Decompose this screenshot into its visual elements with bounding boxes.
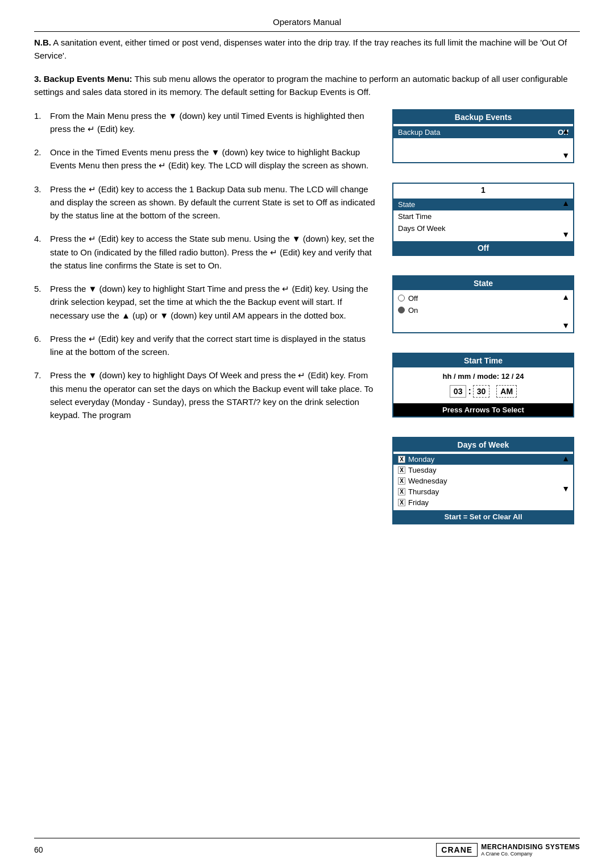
- press-arrows-bar: Press Arrows To Select: [393, 403, 573, 416]
- tuesday-checkbox: X: [398, 466, 405, 474]
- wednesday-row: X Wednesday: [393, 476, 573, 486]
- item1-num: 1.: [34, 109, 50, 136]
- start-time-row: Start Time: [393, 210, 573, 222]
- radio-empty-icon: [398, 295, 405, 301]
- state-screen: 1 State Start Time Days Of Week ▲ ▼ Off: [392, 183, 574, 256]
- backup-events-body: Backup Data Off ▲ ▼: [393, 124, 573, 162]
- days-of-week-screen: Days of Week X Monday X Tuesday X Wednes…: [392, 437, 574, 524]
- item1-text: From the Main Menu press the ▼ (down) ke…: [50, 109, 381, 136]
- start-time-screen: Start Time hh / mm / mode: 12 / 24 03 : …: [392, 353, 574, 418]
- friday-checkbox: X: [398, 499, 405, 506]
- backup-events-title: Backup Events: [393, 110, 573, 124]
- item6-num: 6.: [34, 332, 50, 359]
- mode-box: AM: [496, 385, 517, 398]
- start-time-title: Start Time: [393, 354, 573, 367]
- days-of-week-row: Days Of Week: [393, 222, 573, 234]
- minute-box: 30: [473, 385, 490, 398]
- screen-number: 1: [393, 184, 573, 196]
- list-item-2: 2. Once in the Timed Events menu press t…: [34, 146, 381, 172]
- header-title: Operators Manual: [273, 17, 341, 27]
- item5-text: Press the ▼ (down) key to highlight Star…: [50, 282, 381, 322]
- item3-text: Press the ↵ (Edit) key to access the 1 B…: [50, 183, 381, 222]
- on-radio-row: On: [393, 304, 573, 316]
- item5-num: 5.: [34, 282, 50, 322]
- on-option-label: On: [408, 306, 418, 315]
- list-item-4: 4. Press the ↵ (Edit) key to access the …: [34, 232, 381, 272]
- tuesday-label: Tuesday: [408, 466, 436, 474]
- list-item-6: 6. Press the ↵ (Edit) key and verify tha…: [34, 332, 381, 359]
- section3-paragraph: 3. Backup Events Menu: This sub menu all…: [34, 72, 580, 99]
- item4-num: 4.: [34, 232, 50, 272]
- section3-prefix: 3.: [34, 74, 42, 84]
- right-column: Backup Events Backup Data Off ▲ ▼ 1: [392, 109, 580, 535]
- off-radio-row: Off: [393, 292, 573, 304]
- item3-num: 3.: [34, 183, 50, 222]
- thursday-checkbox: X: [398, 488, 405, 495]
- up-arrow-icon-5: ▲: [562, 454, 570, 463]
- time-colon: :: [468, 386, 471, 396]
- thursday-row: X Thursday: [393, 486, 573, 497]
- monday-label: Monday: [408, 455, 434, 464]
- start-time-label: Start Time: [398, 212, 569, 221]
- backup-data-label: Backup Data: [398, 128, 553, 137]
- page-number: 60: [34, 845, 43, 854]
- state-screen-body: State Start Time Days Of Week ▲ ▼: [393, 196, 573, 241]
- radio-filled-icon: [398, 307, 405, 313]
- tuesday-row: X Tuesday: [393, 465, 573, 476]
- state-label: State: [398, 200, 569, 209]
- list-item-5: 5. Press the ▼ (down) key to highlight S…: [34, 282, 381, 322]
- wednesday-checkbox: X: [398, 477, 405, 485]
- list-item-1: 1. From the Main Menu press the ▼ (down)…: [34, 109, 381, 136]
- friday-label: Friday: [408, 498, 429, 507]
- footer-logo: CRANE MERCHANDISING SYSTEMS A Crane Co. …: [436, 843, 580, 857]
- state-title: State: [393, 276, 573, 290]
- item2-num: 2.: [34, 146, 50, 172]
- nb-label: N.B.: [34, 38, 51, 47]
- item4-text: Press the ↵ (Edit) key to access the Sta…: [50, 232, 381, 272]
- backup-events-screen: Backup Events Backup Data Off ▲ ▼: [392, 109, 574, 163]
- hour-box: 03: [450, 385, 467, 398]
- down-arrow-icon-5: ▼: [562, 484, 570, 493]
- merch-main: MERCHANDISING SYSTEMS: [481, 843, 580, 851]
- section3-title: Backup Events Menu:: [44, 74, 132, 84]
- monday-checkbox: X: [398, 456, 405, 463]
- page: Operators Manual N.B. A sanitation event…: [0, 0, 614, 868]
- days-of-week-body: X Monday X Tuesday X Wednesday X Thursda…: [393, 452, 573, 510]
- page-footer: 60 CRANE MERCHANDISING SYSTEMS A Crane C…: [34, 838, 580, 857]
- list-item-7: 7. Press the ▼ (down) key to highlight D…: [34, 369, 381, 421]
- page-header: Operators Manual: [34, 17, 580, 32]
- start-time-body: hh / mm / mode: 12 / 24 03 : 30 AM: [393, 367, 573, 403]
- time-row: 03 : 30 AM: [393, 383, 573, 401]
- down-arrow-icon-3: ▼: [562, 321, 570, 330]
- up-arrow-icon: ▲: [562, 126, 570, 135]
- nb-text: A sanitation event, either timed or post…: [34, 38, 567, 60]
- merch-label: MERCHANDISING SYSTEMS A Crane Co. Compan…: [481, 843, 580, 857]
- content-area: 1. From the Main Menu press the ▼ (down)…: [34, 109, 580, 535]
- monday-row: X Monday: [393, 454, 573, 465]
- backup-data-row: Backup Data Off: [393, 126, 573, 138]
- time-info: hh / mm / mode: 12 / 24: [393, 370, 573, 383]
- item2-text: Once in the Timed Events menu press the …: [50, 146, 381, 172]
- state-radio-screen: State Off On ▲ ▼: [392, 275, 574, 333]
- crane-sub: A Crane Co. Company: [481, 851, 580, 857]
- wednesday-label: Wednesday: [408, 477, 447, 485]
- days-of-week-label: Days Of Week: [398, 224, 569, 233]
- off-option-label: Off: [408, 294, 418, 303]
- numbered-list: 1. From the Main Menu press the ▼ (down)…: [34, 109, 381, 422]
- nb-paragraph: N.B. A sanitation event, either timed or…: [34, 36, 580, 62]
- item7-text: Press the ▼ (down) key to highlight Days…: [50, 369, 381, 421]
- state-status-bar: Off: [393, 241, 573, 255]
- down-arrow-icon: ▼: [562, 151, 570, 160]
- up-arrow-icon-3: ▲: [562, 292, 570, 301]
- item7-num: 7.: [34, 369, 50, 421]
- list-item-3: 3. Press the ↵ (Edit) key to access the …: [34, 183, 381, 222]
- left-column: 1. From the Main Menu press the ▼ (down)…: [34, 109, 392, 535]
- item6-text: Press the ↵ (Edit) key and verify that t…: [50, 332, 381, 359]
- state-radio-body: Off On ▲ ▼: [393, 290, 573, 332]
- set-clear-bar: Start = Set or Clear All: [393, 510, 573, 523]
- state-row: State: [393, 199, 573, 210]
- friday-row: X Friday: [393, 497, 573, 508]
- crane-label: CRANE: [436, 843, 478, 857]
- days-of-week-title: Days of Week: [393, 438, 573, 452]
- up-arrow-icon-2: ▲: [562, 199, 570, 208]
